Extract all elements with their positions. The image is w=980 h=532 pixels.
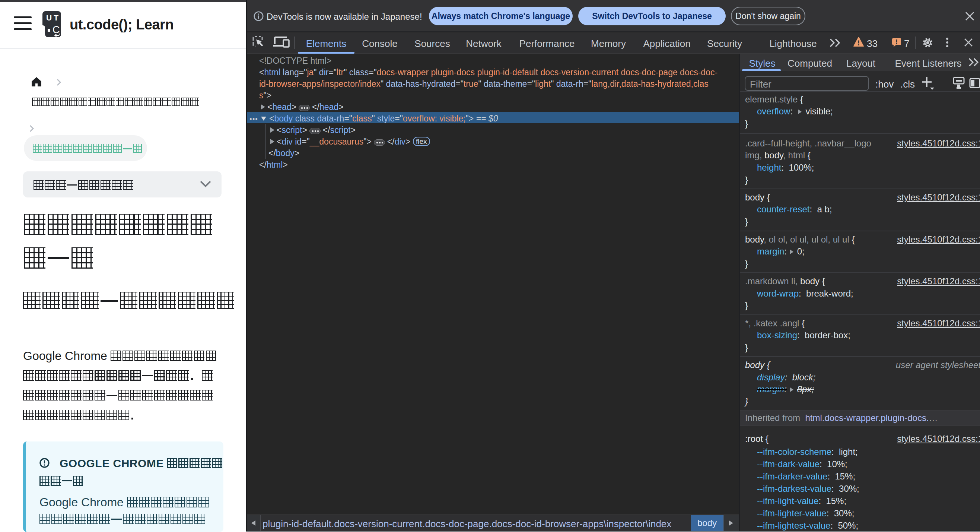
svg-text:UT: UT	[46, 13, 60, 22]
svg-text:C: C	[52, 24, 60, 35]
